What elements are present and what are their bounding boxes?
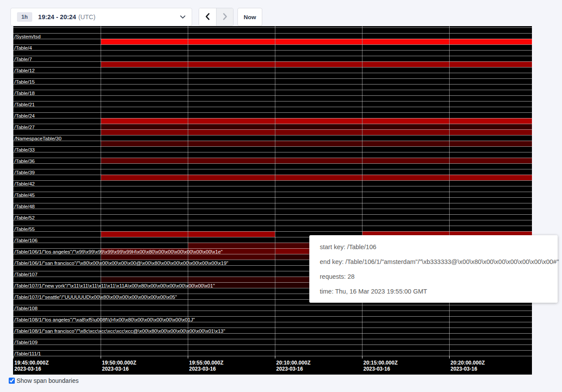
heat-cell[interactable] <box>101 254 188 260</box>
heat-cell[interactable] <box>450 39 532 44</box>
now-button[interactable]: Now <box>237 8 262 26</box>
span-boundary-line <box>13 209 532 209</box>
heat-cell[interactable] <box>101 39 188 44</box>
heat-cell[interactable] <box>101 277 188 282</box>
span-boundary-line <box>13 197 532 198</box>
heat-cell[interactable] <box>188 277 275 282</box>
range-timezone: (UTC) <box>78 14 95 20</box>
span-boundary-line <box>13 226 532 226</box>
heat-cell[interactable] <box>275 118 362 124</box>
heat-cell[interactable] <box>275 158 362 163</box>
key-span-label: /Table/18 <box>14 91 35 96</box>
key-span-label: /Table/52 <box>14 215 35 220</box>
heat-cell[interactable] <box>101 231 188 237</box>
key-span-label: /Table/27 <box>14 125 35 130</box>
heat-cell[interactable] <box>188 118 275 124</box>
range-nav-group <box>199 8 234 26</box>
next-range-button[interactable] <box>216 8 233 26</box>
heat-cell[interactable] <box>275 61 362 67</box>
heat-cell[interactable] <box>450 124 532 129</box>
heat-cell[interactable] <box>188 141 275 146</box>
heat-cell[interactable] <box>101 124 188 129</box>
heat-cell[interactable] <box>275 175 362 180</box>
key-visualizer-canvas[interactable]: /System/tsd/Table/4/Table/7/Table/12/Tab… <box>13 26 532 375</box>
span-boundary-line <box>13 39 532 39</box>
heat-cell[interactable] <box>188 158 275 163</box>
heat-cell[interactable] <box>275 141 362 146</box>
axis-tick <box>188 356 188 358</box>
heat-cell[interactable] <box>450 129 532 135</box>
span-boundary-line <box>13 112 532 113</box>
key-span-label: /Table/39 <box>14 170 35 175</box>
span-boundary-line <box>13 56 532 56</box>
key-span-label: /Table/108/1/"san francisco"/"\x8c\xcc\x… <box>14 328 225 334</box>
key-span-label: /Table/4 <box>14 45 32 51</box>
key-span-label: /NamespaceTable/30 <box>14 136 61 141</box>
heat-cell[interactable] <box>101 141 188 146</box>
heat-cell[interactable] <box>362 61 449 67</box>
span-boundary-line <box>13 305 532 305</box>
span-boundary-line <box>13 146 532 147</box>
heat-cell[interactable] <box>362 39 449 44</box>
heat-cell[interactable] <box>188 254 275 260</box>
heat-cell[interactable] <box>188 231 275 237</box>
axis-tick <box>13 356 14 358</box>
time-range-selector[interactable]: 1h 19:24 - 20:24 (UTC) <box>10 8 192 26</box>
heat-cell[interactable] <box>450 118 532 124</box>
heat-cell[interactable] <box>362 141 449 146</box>
tooltip-start-key: start key: /Table/106 <box>320 240 552 254</box>
span-boundary-line <box>13 129 532 130</box>
show-span-boundaries-checkbox[interactable] <box>9 378 15 384</box>
heat-cell[interactable] <box>450 61 532 67</box>
heat-cell[interactable] <box>101 158 188 163</box>
heat-cell[interactable] <box>188 39 275 44</box>
span-boundary-line <box>13 158 532 158</box>
span-boundary-line <box>13 152 532 152</box>
heat-cell[interactable] <box>362 129 449 135</box>
tooltip-time: time: Thu, 16 Mar 2023 19:55:00 GMT <box>320 284 552 299</box>
span-boundary-line <box>13 175 532 175</box>
heat-cell[interactable] <box>275 124 362 129</box>
show-span-boundaries-option: Show span boundaries <box>9 377 78 384</box>
range-duration-badge: 1h <box>17 12 32 22</box>
heat-cell[interactable] <box>188 129 275 135</box>
span-boundary-line <box>13 231 532 232</box>
axis-tick <box>101 356 101 358</box>
key-span-label: /Table/48 <box>14 204 35 209</box>
heat-cell[interactable] <box>450 175 532 180</box>
heat-cell[interactable] <box>101 175 188 180</box>
key-span-label: /Table/55 <box>14 226 35 232</box>
key-span-label: /Table/108 <box>14 306 37 311</box>
heat-cell[interactable] <box>450 158 532 163</box>
key-span-label: /Table/33 <box>14 147 35 152</box>
prev-range-button[interactable] <box>199 8 216 26</box>
heat-cell[interactable] <box>362 118 449 124</box>
heat-cell[interactable] <box>188 61 275 67</box>
heat-cell[interactable] <box>362 175 449 180</box>
heat-cell[interactable] <box>188 124 275 129</box>
tooltip-end-key: end key: /Table/106/1/"amsterdam"/"\xb33… <box>320 254 552 269</box>
heat-cell[interactable] <box>101 129 188 135</box>
heat-cell[interactable] <box>362 124 449 129</box>
time-bucket-line <box>13 26 14 358</box>
key-span-label: /Table/106/1/"los angeles"/"\x99\x99\x99… <box>14 249 223 254</box>
heat-cell[interactable] <box>362 158 449 163</box>
span-boundary-line <box>13 95 532 96</box>
heat-cell[interactable] <box>101 118 188 124</box>
hover-tooltip: start key: /Table/106 end key: /Table/10… <box>309 235 558 303</box>
heat-cell[interactable] <box>450 141 532 146</box>
axis-time-label: 20:10:00.000Z2023-03-16 <box>276 360 311 372</box>
heat-cell[interactable] <box>275 129 362 135</box>
heat-cell[interactable] <box>188 243 275 248</box>
heat-cell[interactable] <box>188 175 275 180</box>
span-boundary-line <box>13 107 532 107</box>
span-boundary-line <box>13 61 532 62</box>
key-span-label: /Table/15 <box>14 79 35 84</box>
heat-cell[interactable] <box>101 61 188 67</box>
span-boundary-line <box>13 84 532 84</box>
key-span-label: /Table/45 <box>14 193 35 198</box>
heat-cell[interactable] <box>275 39 362 44</box>
chevron-left-icon <box>204 13 211 22</box>
key-span-label: /Table/107 <box>14 272 37 277</box>
chevron-right-icon <box>221 13 228 22</box>
